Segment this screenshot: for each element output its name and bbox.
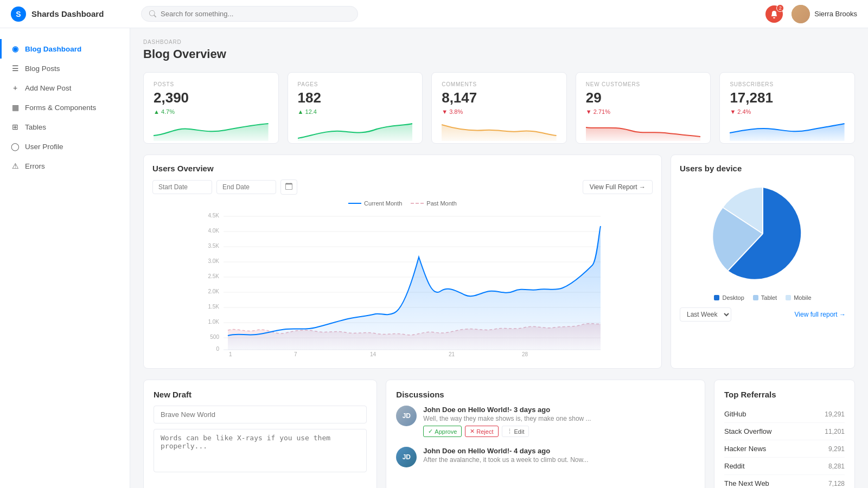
- sidebar-item-user-profile[interactable]: ◯ User Profile: [0, 137, 130, 156]
- referral-count: 8,281: [828, 463, 845, 470]
- sidebar-item-tables[interactable]: ⊞ Tables: [0, 117, 130, 137]
- referral-name: Reddit: [724, 462, 745, 470]
- stat-change: ▼ 2.4%: [730, 108, 845, 115]
- discussion-item: JD John Doe on Hello World!- 4 days ago …: [396, 447, 695, 467]
- svg-text:2.5K: 2.5K: [208, 273, 219, 279]
- calendar-icon: [285, 183, 292, 190]
- stat-card-subscribers: SUBSCRIBERS 17,281 ▼ 2.4%: [719, 72, 855, 144]
- forms-icon: ▦: [11, 103, 20, 112]
- mini-chart-customers: [586, 119, 701, 141]
- reject-button[interactable]: ✕ Reject: [465, 426, 498, 437]
- stat-card-posts: POSTS 2,390 ▲ 4.7%: [143, 72, 279, 144]
- page-title: Blog Overview: [143, 47, 855, 61]
- sidebar-item-forms-components[interactable]: ▦ Forms & Components: [0, 98, 130, 117]
- svg-text:3.0K: 3.0K: [208, 258, 219, 264]
- stat-cards: POSTS 2,390 ▲ 4.7% PAGES 182 ▲ 12.4: [143, 72, 855, 144]
- disc-text: Well, the way they make shows is, they m…: [423, 415, 695, 422]
- full-report-link[interactable]: View full report →: [795, 311, 846, 318]
- sidebar-item-label: Blog Dashboard: [25, 45, 81, 53]
- svg-text:21: 21: [449, 351, 455, 357]
- add-post-icon: +: [11, 84, 20, 92]
- stat-change: ▲ 4.7%: [154, 108, 269, 115]
- users-overview-title: Users Overview: [152, 164, 653, 173]
- new-draft-card: New Draft: [143, 380, 377, 488]
- discussions-title: Discussions: [396, 390, 695, 399]
- past-month-legend: Past Month: [411, 200, 457, 207]
- referral-count: 11,201: [825, 428, 845, 435]
- chart-controls: View Full Report →: [152, 179, 653, 195]
- stat-label: POSTS: [154, 81, 269, 87]
- referral-row: The Next Web 7,128: [724, 475, 845, 488]
- tables-icon: ⊞: [11, 123, 20, 131]
- top-referrals-title: Top Referrals: [724, 390, 845, 399]
- view-report-button[interactable]: View Full Report →: [583, 180, 653, 194]
- stat-value: 182: [298, 89, 413, 106]
- stat-value: 8,147: [442, 89, 557, 106]
- dashboard-icon: ◉: [11, 44, 20, 53]
- svg-text:28: 28: [522, 351, 528, 357]
- draft-title-input[interactable]: [154, 406, 367, 423]
- discussion-item: JD John Doe on Hello World!- 3 days ago …: [396, 406, 695, 437]
- notification-button[interactable]: 2: [765, 5, 783, 23]
- svg-text:3.5K: 3.5K: [208, 243, 219, 249]
- sidebar-item-label: Tables: [25, 123, 46, 131]
- legend-tablet-label: Tablet: [761, 294, 777, 301]
- pie-legend: Desktop Tablet Mobile: [680, 294, 846, 301]
- referral-row: Reddit 8,281: [724, 458, 845, 475]
- edit-button[interactable]: ⋮ Edit: [502, 426, 529, 437]
- disc-avatar: JD: [396, 447, 417, 467]
- layout: ◉ Blog Dashboard ☰ Blog Posts + Add New …: [0, 28, 868, 488]
- start-date-input[interactable]: [152, 180, 212, 194]
- svg-text:7: 7: [294, 351, 297, 357]
- search-input[interactable]: [161, 10, 269, 18]
- sidebar-item-add-new-post[interactable]: + Add New Post: [0, 78, 130, 98]
- stat-label: NEW CUSTOMERS: [586, 81, 701, 87]
- approve-button[interactable]: ✓ Approve: [423, 426, 462, 437]
- calendar-button[interactable]: [280, 179, 297, 195]
- sidebar-item-label: Blog Posts: [25, 65, 60, 73]
- top-referrals-card: Top Referrals GitHub 19,291 Stack Overfl…: [714, 380, 855, 488]
- period-select[interactable]: Last Week: [680, 307, 731, 322]
- user-area[interactable]: Sierra Brooks: [792, 5, 857, 23]
- users-overview-card: Users Overview View Full Report → Curren…: [143, 155, 662, 369]
- top-nav: S Shards Dashboard 2 Sierra Brooks: [0, 0, 868, 28]
- disc-title: John Doe on Hello World!- 3 days ago: [423, 406, 695, 414]
- mini-chart-pages: [298, 119, 413, 141]
- draft-body-textarea[interactable]: [154, 429, 367, 472]
- legend-desktop-label: Desktop: [722, 294, 744, 301]
- referral-count: 9,291: [828, 445, 845, 453]
- search-bar: [141, 6, 358, 22]
- referral-row: Stack Overflow 11,201: [724, 423, 845, 440]
- current-month-legend: Current Month: [348, 200, 402, 207]
- svg-text:0: 0: [216, 346, 219, 352]
- sidebar: ◉ Blog Dashboard ☰ Blog Posts + Add New …: [0, 28, 130, 488]
- user-profile-icon: ◯: [11, 142, 20, 151]
- chart-svg: 4.5K 4.0K 3.5K 3.0K 2.5K 2.0K 1.5K 1.0K …: [152, 211, 653, 357]
- end-date-input[interactable]: [216, 180, 276, 194]
- sidebar-item-blog-dashboard[interactable]: ◉ Blog Dashboard: [0, 39, 130, 59]
- referral-row: Hacker News 9,291: [724, 440, 845, 458]
- errors-icon: ⚠: [11, 162, 20, 170]
- disc-actions: ✓ Approve ✕ Reject ⋮ Edit: [423, 426, 695, 437]
- svg-text:500: 500: [210, 334, 219, 340]
- discussions-card: Discussions JD John Doe on Hello World!-…: [386, 380, 705, 488]
- legend-tablet: Tablet: [753, 294, 777, 301]
- disc-content: John Doe on Hello World!- 4 days ago Aft…: [423, 447, 695, 467]
- referral-name: GitHub: [724, 410, 746, 418]
- referral-row: GitHub 19,291: [724, 406, 845, 423]
- referral-name: Hacker News: [724, 445, 766, 453]
- disc-avatar: JD: [396, 406, 417, 426]
- sidebar-item-blog-posts[interactable]: ☰ Blog Posts: [0, 59, 130, 78]
- avatar-image: [792, 5, 810, 23]
- user-name: Sierra Brooks: [814, 10, 857, 18]
- svg-text:14: 14: [370, 351, 376, 357]
- sidebar-item-errors[interactable]: ⚠ Errors: [0, 156, 130, 176]
- bottom-grid: New Draft Discussions JD John Doe on Hel…: [143, 380, 855, 488]
- new-draft-title: New Draft: [154, 390, 367, 399]
- breadcrumb: DASHBOARD: [143, 39, 855, 45]
- svg-text:1.5K: 1.5K: [208, 304, 219, 310]
- pie-chart: [709, 179, 817, 288]
- pie-chart-container: [680, 179, 846, 288]
- main-content: DASHBOARD Blog Overview POSTS 2,390 ▲ 4.…: [130, 28, 868, 488]
- stat-card-new-customers: NEW CUSTOMERS 29 ▼ 2.71%: [576, 72, 711, 144]
